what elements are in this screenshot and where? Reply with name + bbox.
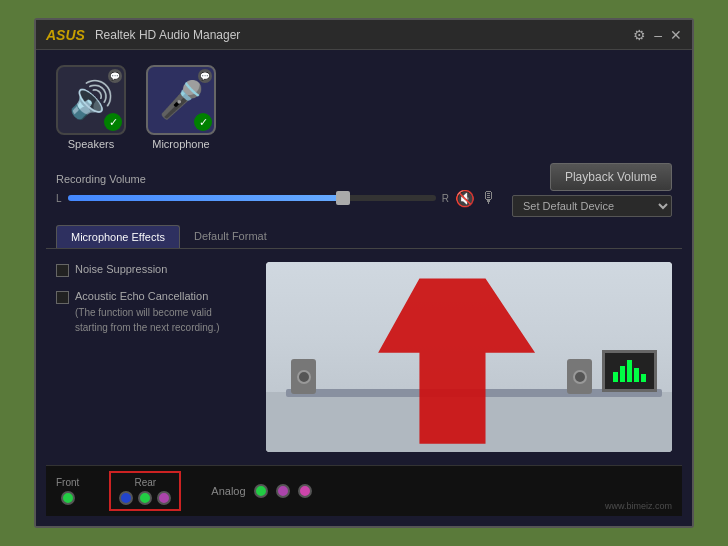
noise-suppression-item[interactable]: Noise Suppression	[56, 262, 256, 277]
main-content: 🔊 💬 ✓ Speakers 🎤 💬 ✓ Microphone Recordin…	[36, 50, 692, 526]
room-image-inner	[266, 262, 672, 452]
recording-volume-label: Recording Volume	[56, 173, 497, 185]
device-item-microphone[interactable]: 🎤 💬 ✓ Microphone	[146, 65, 216, 150]
asus-logo: ASUS	[46, 27, 85, 43]
speakers-bubble: 💬	[108, 69, 122, 83]
noise-suppression-checkbox[interactable]	[56, 264, 69, 277]
device-item-speakers[interactable]: 🔊 💬 ✓ Speakers	[56, 65, 126, 150]
mic-vol-icon[interactable]: 🎙	[481, 189, 497, 207]
microphone-bubble: 💬	[198, 69, 212, 83]
room-speaker-left	[291, 359, 316, 394]
title-controls: ⚙ – ✕	[633, 27, 682, 43]
ports-area: Front Rear Analog	[46, 465, 682, 516]
default-device-select[interactable]: Set Default Device	[512, 195, 672, 217]
acoustic-echo-checkbox[interactable]	[56, 291, 69, 304]
tab-microphone-effects[interactable]: Microphone Effects	[56, 225, 180, 248]
rear-dot-purple[interactable]	[157, 491, 171, 505]
effects-panel: Noise Suppression Acoustic Echo Cancella…	[56, 262, 256, 452]
analog-label: Analog	[211, 485, 245, 497]
rear-label: Rear	[135, 477, 157, 488]
lower-area: Noise Suppression Acoustic Echo Cancella…	[46, 257, 682, 457]
microphone-icon-wrap[interactable]: 🎤 💬 ✓	[146, 65, 216, 135]
analog-group: Analog	[211, 484, 311, 498]
recording-volume-fill	[68, 195, 344, 201]
device-row: 🔊 💬 ✓ Speakers 🎤 💬 ✓ Microphone	[46, 60, 682, 155]
title-bar: ASUS Realtek HD Audio Manager ⚙ – ✕	[36, 20, 692, 50]
room-visualization	[266, 262, 672, 452]
microphone-label: Microphone	[152, 138, 209, 150]
rear-port-group: Rear	[109, 471, 181, 511]
speakers-icon-wrap[interactable]: 🔊 💬 ✓	[56, 65, 126, 135]
analog-dot-green[interactable]	[254, 484, 268, 498]
left-channel-label: L	[56, 193, 62, 204]
rear-dot-green[interactable]	[138, 491, 152, 505]
rear-dots	[119, 491, 171, 505]
playback-volume-button[interactable]: Playback Volume	[550, 163, 672, 191]
front-label: Front	[56, 477, 79, 488]
acoustic-echo-item[interactable]: Acoustic Echo Cancellation(The function …	[56, 289, 256, 335]
right-channel-label: R	[442, 193, 449, 204]
mute-icon[interactable]: 🔇	[455, 189, 475, 208]
tab-default-format[interactable]: Default Format	[180, 225, 281, 248]
monitor	[602, 350, 657, 392]
app-window: ASUS Realtek HD Audio Manager ⚙ – ✕ 🔊 💬 …	[34, 18, 694, 528]
speakers-label: Speakers	[68, 138, 114, 150]
front-port-group: Front	[56, 477, 79, 505]
speakers-check: ✓	[104, 113, 122, 131]
room-speaker-right	[567, 359, 592, 394]
analog-dot-pink[interactable]	[298, 484, 312, 498]
tabs-row: Microphone Effects Default Format	[46, 225, 682, 249]
rear-dot-blue[interactable]	[119, 491, 133, 505]
recording-volume-track	[68, 195, 436, 201]
minimize-icon[interactable]: –	[654, 27, 662, 43]
recording-volume-thumb[interactable]	[336, 191, 350, 205]
close-icon[interactable]: ✕	[670, 27, 682, 43]
acoustic-echo-label: Acoustic Echo Cancellation(The function …	[75, 289, 220, 335]
front-dot-green[interactable]	[61, 491, 75, 505]
noise-suppression-label: Noise Suppression	[75, 262, 167, 277]
settings-icon[interactable]: ⚙	[633, 27, 646, 43]
analog-dot-purple[interactable]	[276, 484, 290, 498]
front-dots	[61, 491, 75, 505]
app-title: Realtek HD Audio Manager	[95, 28, 633, 42]
watermark: www.bimeiz.com	[605, 501, 672, 511]
microphone-check: ✓	[194, 113, 212, 131]
